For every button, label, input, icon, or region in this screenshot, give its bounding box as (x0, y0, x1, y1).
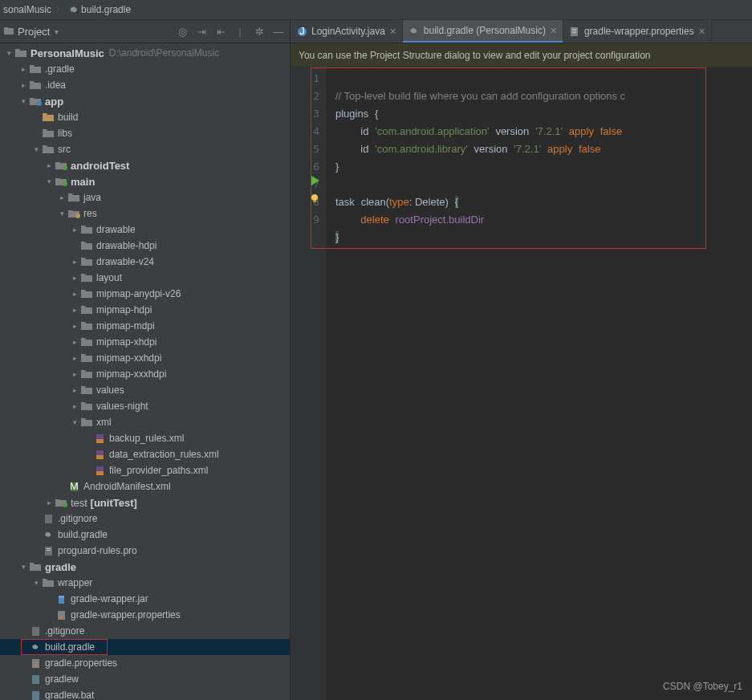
tab-label: gradle-wrapper.properties (584, 26, 694, 37)
file-icon (42, 128, 55, 139)
tree-item[interactable]: ▾res (0, 206, 290, 222)
expand-arrow-icon[interactable]: ▸ (69, 290, 80, 298)
expand-arrow-icon[interactable]: ▸ (69, 258, 80, 266)
expand-arrow-icon[interactable]: ▾ (30, 579, 42, 587)
tree-item[interactable]: ▸mipmap-xxhdpi (0, 350, 290, 366)
project-toolbar-icons: ◎ ⇥ ⇤ | ✲ — (174, 23, 287, 39)
tree-item[interactable]: ▸mipmap-xxxhdpi (0, 366, 290, 382)
expand-arrow-icon[interactable]: ▾ (30, 145, 42, 153)
close-icon[interactable]: ✕ (550, 26, 557, 36)
tree-item[interactable]: ▸mipmap-xhdpi (0, 334, 290, 350)
notification-banner[interactable]: You can use the Project Structure dialog… (291, 43, 752, 67)
file-icon (55, 176, 67, 187)
tree-item[interactable]: gradlew.bat (0, 687, 290, 700)
expand-icon[interactable]: ⇥ (193, 23, 209, 39)
svg-point-8 (37, 101, 42, 106)
tree-item[interactable]: ▸mipmap-mdpi (0, 318, 290, 334)
expand-arrow-icon[interactable]: ▸ (69, 386, 80, 394)
breadcrumb-file[interactable]: build.gradle (81, 4, 131, 15)
tree-item[interactable]: ▸.idea (0, 77, 290, 93)
tree-item[interactable]: gradle-wrapper.jar (0, 591, 290, 607)
tree-item[interactable]: ▾wrapper (0, 575, 290, 591)
tree-item[interactable]: ▾app (0, 93, 290, 109)
tree-item[interactable]: gradle.properties (0, 655, 290, 671)
tree-item[interactable]: .gitignore (0, 623, 290, 639)
code-text[interactable]: // Top-level build file where you can ad… (326, 67, 752, 700)
tree-item[interactable]: .gitignore (0, 511, 290, 527)
tree-item[interactable]: ▸values (0, 382, 290, 398)
tree-item[interactable]: ▸androidTest (0, 157, 290, 173)
breadcrumb-root[interactable]: sonalMusic (3, 4, 51, 15)
tree-root[interactable]: ▾PersonalMusicD:\android\PersonalMusic (0, 45, 290, 61)
tree-item[interactable]: gradlew (0, 671, 290, 687)
tree-item-label: drawable (96, 224, 136, 235)
file-icon (80, 401, 93, 412)
line-number-gutter[interactable]: 123456789 (291, 67, 326, 700)
expand-arrow-icon[interactable]: ▸ (69, 402, 80, 410)
expand-arrow-icon[interactable]: ▾ (69, 418, 80, 426)
tree-item[interactable]: drawable-hdpi (0, 238, 290, 254)
expand-arrow-icon[interactable]: ▸ (69, 354, 80, 362)
tree-item[interactable]: ▸.gradle (0, 61, 290, 77)
tree-item[interactable]: ▸test [unitTest] (0, 494, 290, 511)
tree-item[interactable]: data_extraction_rules.xml (0, 446, 290, 462)
tree-item[interactable]: ▾gradle (0, 559, 290, 575)
tree-item[interactable]: ▸mipmap-hdpi (0, 302, 290, 318)
tree-item[interactable]: ▾src (0, 141, 290, 157)
target-icon[interactable]: ◎ (174, 23, 190, 39)
expand-arrow-icon[interactable]: ▾ (18, 97, 29, 105)
expand-arrow-icon[interactable]: ▸ (69, 274, 80, 282)
tree-item[interactable]: ▸java (0, 189, 290, 206)
svg-rect-33 (32, 691, 39, 700)
tree-item[interactable]: libs (0, 125, 290, 141)
tree-item[interactable]: backup_rules.xml (0, 430, 290, 446)
expand-arrow-icon[interactable]: ▸ (69, 338, 80, 346)
expand-arrow-icon[interactable]: ▸ (69, 306, 80, 314)
run-gutter-icon[interactable] (310, 176, 321, 187)
tree-item[interactable]: ▾main (0, 173, 290, 189)
expand-arrow-icon[interactable]: ▸ (69, 322, 80, 330)
tree-item[interactable]: file_provider_paths.xml (0, 462, 290, 478)
tree-item[interactable]: ▸drawable (0, 222, 290, 238)
expand-arrow-icon[interactable]: ▸ (43, 161, 55, 169)
editor-tab[interactable]: build.gradle (PersonalMusic)✕ (403, 20, 563, 43)
hide-icon[interactable]: — (270, 23, 287, 39)
tree-item[interactable]: ▸values-night (0, 398, 290, 414)
tree-item[interactable]: ▸layout (0, 270, 290, 286)
collapse-icon[interactable]: ⇤ (213, 23, 229, 39)
project-label[interactable]: Project (18, 26, 50, 38)
editor-tab[interactable]: JLoginActivity.java✕ (291, 20, 403, 43)
editor-tab[interactable]: gradle-wrapper.properties✕ (563, 20, 712, 43)
gear-icon[interactable]: ✲ (251, 23, 267, 39)
expand-arrow-icon[interactable]: ▾ (43, 177, 55, 185)
tree-item[interactable]: ▸drawable-v24 (0, 254, 290, 270)
chevron-down-icon[interactable]: ▾ (55, 27, 59, 36)
tree-item[interactable]: ▸mipmap-anydpi-v26 (0, 286, 290, 302)
expand-arrow-icon[interactable]: ▸ (69, 370, 80, 378)
expand-arrow-icon[interactable]: ▸ (43, 499, 55, 507)
tree-item[interactable]: proguard-rules.pro (0, 543, 290, 559)
close-icon[interactable]: ✕ (389, 26, 396, 37)
tree-item-label: mipmap-xhdpi (96, 336, 156, 348)
project-tree[interactable]: ▾PersonalMusicD:\android\PersonalMusic▸.… (0, 43, 291, 700)
svg-rect-28 (59, 617, 63, 618)
tree-item[interactable]: build.gradle (0, 527, 290, 543)
project-icon (3, 26, 14, 37)
tree-item[interactable]: build.gradle (0, 639, 290, 655)
expand-arrow-icon[interactable]: ▸ (18, 65, 29, 73)
expand-arrow-icon[interactable]: ▾ (56, 210, 67, 218)
expand-arrow-icon[interactable]: ▾ (18, 563, 29, 571)
hint-bulb-icon[interactable] (310, 193, 321, 205)
tree-item[interactable]: build (0, 109, 290, 125)
expand-arrow-icon[interactable]: ▸ (56, 193, 67, 201)
tree-item-label: mipmap-xxxhdpi (96, 368, 166, 380)
file-icon (55, 160, 67, 171)
tree-item-label: file_provider_paths.xml (109, 465, 208, 476)
tree-item[interactable]: ▾xml (0, 414, 290, 430)
expand-arrow-icon[interactable]: ▸ (69, 226, 80, 234)
file-icon (42, 529, 55, 540)
tree-item[interactable]: MAndroidManifest.xml (0, 478, 290, 494)
tree-item[interactable]: gradle-wrapper.properties (0, 607, 290, 623)
expand-arrow-icon[interactable]: ▸ (18, 81, 29, 89)
close-icon[interactable]: ✕ (698, 26, 705, 37)
